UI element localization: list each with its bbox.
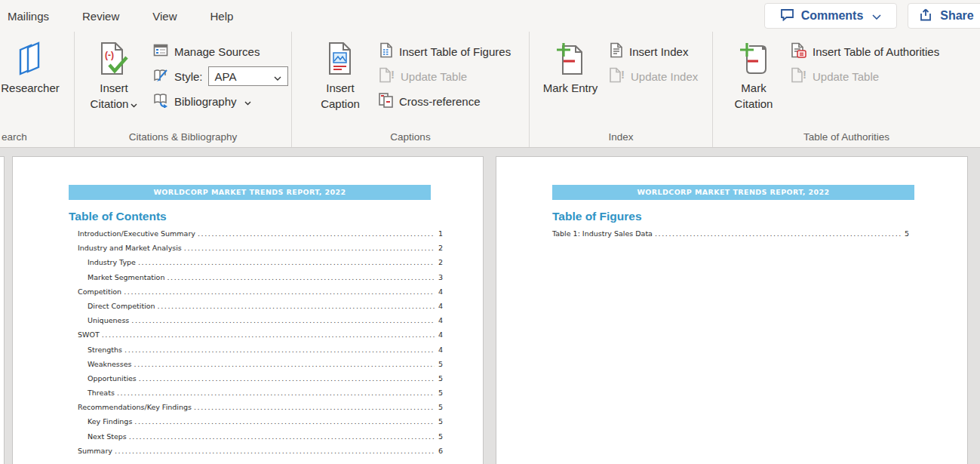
insert-caption-button[interactable]: Insert Caption (312, 38, 369, 122)
dot-leader: ........................................… (184, 244, 435, 252)
toc-entry-title: Threats (88, 389, 115, 397)
toc-entry[interactable]: Opportunities...........................… (78, 374, 443, 389)
insert-table-of-authorities-icon (790, 42, 807, 60)
toc-entry-title: Table 1: Industry Sales Data (552, 229, 653, 238)
report-header-banner[interactable]: WORLDCORP MARKET TRENDS REPORT, 2022 (69, 185, 431, 200)
insert-citation-button[interactable]: (-) Insert Citation (85, 38, 143, 122)
manage-sources-label: Manage Sources (174, 45, 260, 58)
svg-text:!: ! (391, 68, 395, 81)
toc-title[interactable]: Table of Contents (69, 210, 167, 223)
tab-help[interactable]: Help (210, 10, 233, 23)
tab-review[interactable]: Review (82, 10, 119, 23)
toc-entry-page: 5 (437, 403, 443, 411)
toc-entry[interactable]: Market Segmentation.....................… (78, 273, 443, 287)
toc-entry[interactable]: Industry and Market Analysis............… (78, 244, 443, 258)
toc-entry[interactable]: Weaknesses..............................… (78, 360, 443, 374)
comment-icon (780, 8, 794, 24)
style-value: APA (215, 70, 237, 83)
update-index-icon: ! (608, 67, 625, 85)
toc-entry[interactable]: SWOT....................................… (78, 330, 443, 345)
manage-sources-button[interactable]: Manage Sources (153, 41, 288, 61)
toc-entry-page: 4 (437, 316, 443, 324)
researcher-button[interactable]: Researcher (0, 38, 65, 122)
toc-entry[interactable]: Table 1: Industry Sales Data............… (552, 229, 909, 244)
ribbon-group-research: Researcher earch (0, 32, 75, 147)
tab-mailings[interactable]: Mailings (8, 10, 49, 23)
style-icon (153, 68, 169, 85)
menu-bar: Mailings Review View Help Comments Share (0, 0, 980, 32)
share-label: Share (940, 9, 973, 23)
dot-leader: ........................................… (198, 229, 435, 238)
toc-entry-page: 6 (437, 447, 443, 455)
cross-reference-button[interactable]: Cross-reference (378, 91, 511, 111)
toc-entry-page: 5 (437, 389, 443, 397)
toc-entry[interactable]: Uniqueness..............................… (78, 316, 443, 330)
toc-entry[interactable]: Summary.................................… (78, 447, 443, 461)
bibliography-label: Bibliography (174, 95, 237, 108)
toc-entry-page: 2 (437, 258, 443, 266)
insert-citation-icon: (-) (99, 38, 129, 80)
toc-entry-page: 2 (437, 244, 443, 252)
group-label-toa: Table of Authorities (713, 131, 980, 143)
toc-entry[interactable]: Competition.............................… (78, 287, 443, 302)
insert-index-label: Insert Index (629, 45, 688, 58)
toc-entry[interactable]: Threats.................................… (78, 389, 443, 403)
toc-entry[interactable]: Direct Competition......................… (78, 302, 443, 316)
ribbon-group-citations: (-) Insert Citation Manage Sources (75, 32, 292, 147)
chevron-down-icon (131, 97, 137, 110)
insert-table-of-authorities-button[interactable]: Insert Table of Authorities (790, 41, 939, 61)
svg-text:!: ! (803, 68, 806, 81)
mark-entry-icon (555, 38, 585, 80)
toc-entry[interactable]: Introduction/Executive Summary..........… (78, 229, 443, 244)
toc-entry[interactable]: Key Findings............................… (78, 417, 443, 432)
style-select[interactable]: APA (208, 66, 288, 86)
mark-entry-button[interactable]: Mark Entry (542, 38, 599, 122)
dot-leader: ........................................… (134, 360, 435, 368)
tab-view[interactable]: View (152, 10, 177, 23)
share-button[interactable]: Share (908, 3, 980, 29)
page-toc[interactable]: WORLDCORP MARKET TRENDS REPORT, 2022 Tab… (12, 156, 484, 464)
dot-leader: ........................................… (167, 273, 435, 281)
chevron-down-icon[interactable] (872, 9, 881, 23)
toc-entry-page: 5 (437, 432, 443, 441)
bibliography-icon (153, 93, 169, 110)
style-row: Style: APA (153, 66, 288, 86)
page-tof[interactable]: WORLDCORP MARKET TRENDS REPORT, 2022 Tab… (496, 156, 968, 464)
group-label-citations: Citations & Bibliography (75, 131, 291, 143)
toc-entry-page: 5 (437, 360, 443, 368)
document-canvas[interactable]: WORLDCORP MARKET TRENDS REPORT, 2022 Tab… (0, 148, 980, 464)
share-icon (920, 8, 933, 24)
toc-entry-page: 1 (437, 229, 443, 238)
dot-leader: ........................................… (158, 302, 435, 310)
dot-leader: ........................................… (194, 403, 435, 411)
insert-table-of-figures-button[interactable]: Insert Table of Figures (378, 41, 511, 61)
toc-entry[interactable]: Recommendations/Key Findings............… (78, 403, 443, 417)
dot-leader: ........................................… (115, 447, 435, 455)
update-table-label: Update Table (401, 70, 467, 83)
insert-caption-icon (327, 38, 354, 80)
dot-leader: ........................................… (124, 287, 435, 296)
toc-entry-title: Strengths (88, 346, 122, 354)
toc-entry-title: SWOT (78, 330, 100, 339)
insert-index-button[interactable]: Insert Index (608, 41, 698, 61)
toc-entry[interactable]: Next Steps..............................… (78, 432, 443, 447)
dot-leader: ........................................… (134, 417, 435, 426)
insert-table-of-figures-label: Insert Table of Figures (399, 45, 511, 58)
dot-leader: ........................................… (129, 432, 435, 441)
svg-text:(-): (-) (105, 50, 114, 60)
dot-leader: ........................................… (138, 258, 435, 266)
tof-title[interactable]: Table of Figures (552, 210, 642, 223)
toc-entry[interactable]: Strengths...............................… (78, 346, 443, 360)
mark-citation-button[interactable]: Mark Citation (725, 38, 782, 122)
toc-entry-title: Key Findings (88, 417, 132, 426)
update-table-toa-label: Update Table (813, 70, 879, 83)
update-index-button: ! Update Index (608, 66, 698, 86)
window-actions: Comments Share (764, 3, 980, 29)
report-header-banner[interactable]: WORLDCORP MARKET TRENDS REPORT, 2022 (552, 185, 914, 200)
bibliography-button[interactable]: Bibliography (153, 91, 288, 111)
svg-text:!: ! (621, 68, 625, 81)
toc-entry[interactable]: Industry Type...........................… (78, 258, 443, 272)
comments-button[interactable]: Comments (764, 3, 897, 29)
toc-entry-title: Summary (78, 447, 112, 455)
toc-entry-title: Industry and Market Analysis (78, 244, 182, 252)
